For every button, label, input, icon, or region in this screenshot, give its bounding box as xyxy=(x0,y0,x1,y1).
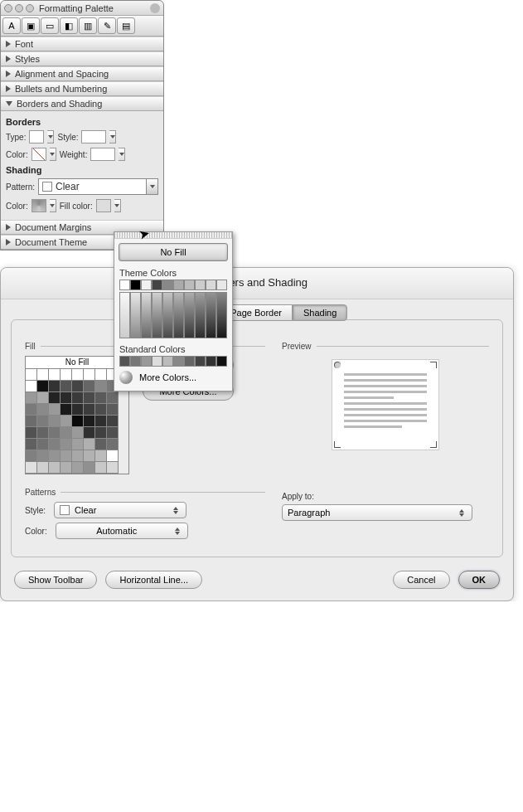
fill-color-cell[interactable] xyxy=(72,369,84,381)
color-swatch[interactable] xyxy=(152,280,162,290)
fill-color-cell[interactable] xyxy=(61,439,72,450)
chart-icon[interactable]: ▥ xyxy=(79,17,97,34)
fill-color-cell[interactable] xyxy=(61,427,72,439)
fill-color-cell[interactable] xyxy=(107,450,119,462)
fill-color-cell[interactable] xyxy=(95,392,107,404)
fill-color-cell[interactable] xyxy=(95,450,107,462)
fill-color-cell[interactable] xyxy=(95,439,107,450)
color-tint-column[interactable] xyxy=(141,292,152,338)
fill-color-cell[interactable] xyxy=(26,416,37,427)
fill-color-cell[interactable] xyxy=(72,427,84,439)
fill-color-cell[interactable] xyxy=(49,416,61,427)
fill-color-cell[interactable] xyxy=(26,404,37,416)
color-tint-column[interactable] xyxy=(184,292,195,338)
fill-color-cell[interactable] xyxy=(49,462,61,474)
fill-color-cell[interactable] xyxy=(84,392,95,404)
fill-color-cell[interactable] xyxy=(72,392,84,404)
fill-color-cell[interactable] xyxy=(61,450,72,462)
color-tint-column[interactable] xyxy=(173,292,184,338)
color-tint-column[interactable] xyxy=(195,292,206,338)
minimize-icon[interactable] xyxy=(15,4,23,12)
fill-color-cell[interactable] xyxy=(37,404,49,416)
fill-color-cell[interactable] xyxy=(26,392,37,404)
color-swatch[interactable] xyxy=(184,280,195,290)
fill-color-dropdown[interactable] xyxy=(114,199,121,212)
fill-color-cell[interactable] xyxy=(107,416,119,427)
ok-button[interactable]: OK xyxy=(458,571,501,589)
more-colors-row[interactable]: More Colors... xyxy=(114,367,232,391)
fill-color-cell[interactable] xyxy=(37,427,49,439)
fill-color-cell[interactable] xyxy=(72,439,84,450)
fill-color-cell[interactable] xyxy=(95,369,107,381)
tools-icon[interactable]: ✎ xyxy=(98,17,116,34)
fill-color-cell[interactable] xyxy=(37,450,49,462)
color-swatch[interactable] xyxy=(216,280,227,290)
fill-color-cell[interactable] xyxy=(84,404,95,416)
border-style-field[interactable] xyxy=(81,130,106,143)
fill-color-cell[interactable] xyxy=(49,404,61,416)
pattern-combo[interactable]: Clear xyxy=(38,178,158,195)
no-fill-button[interactable]: No Fill xyxy=(119,243,228,261)
color-tint-column[interactable] xyxy=(152,292,162,338)
shading-color-swatch[interactable] xyxy=(31,199,46,212)
fill-color-cell[interactable] xyxy=(72,462,84,474)
fill-color-cell[interactable] xyxy=(37,462,49,474)
fill-color-cell[interactable] xyxy=(95,416,107,427)
fill-color-cell[interactable] xyxy=(95,427,107,439)
fill-color-cell[interactable] xyxy=(37,439,49,450)
fill-color-swatch[interactable] xyxy=(96,199,111,212)
fill-color-cell[interactable] xyxy=(72,450,84,462)
section-borders-shading[interactable]: Borders and Shading xyxy=(1,96,163,111)
color-swatch[interactable] xyxy=(216,356,227,367)
color-tint-column[interactable] xyxy=(130,292,141,338)
toolbox2-icon[interactable]: ▤ xyxy=(117,17,135,34)
border-style-dropdown[interactable] xyxy=(109,130,116,143)
color-swatch[interactable] xyxy=(206,356,216,367)
fill-color-cell[interactable] xyxy=(107,392,119,404)
fill-color-cell[interactable] xyxy=(72,416,84,427)
cancel-button[interactable]: Cancel xyxy=(393,571,449,589)
color-swatch[interactable] xyxy=(152,356,162,367)
add-object-icon[interactable]: ▣ xyxy=(22,17,40,34)
fill-color-cell[interactable] xyxy=(26,439,37,450)
show-toolbar-button[interactable]: Show Toolbar xyxy=(14,571,97,589)
border-type-dropdown[interactable] xyxy=(47,130,54,143)
color-swatch[interactable] xyxy=(119,356,130,367)
fill-color-cell[interactable] xyxy=(107,404,119,416)
fill-color-cell[interactable] xyxy=(84,427,95,439)
fill-color-cell[interactable] xyxy=(26,462,37,474)
pattern-color-combo[interactable]: Automatic xyxy=(56,523,188,539)
close-icon[interactable] xyxy=(4,4,12,12)
gear-icon[interactable] xyxy=(150,3,160,13)
color-tint-column[interactable] xyxy=(119,292,130,338)
fill-color-cell[interactable] xyxy=(37,416,49,427)
fill-color-cell[interactable] xyxy=(49,427,61,439)
color-swatch[interactable] xyxy=(195,356,206,367)
section-font[interactable]: Font xyxy=(1,36,163,51)
color-swatch[interactable] xyxy=(173,280,184,290)
color-swatch[interactable] xyxy=(119,280,130,290)
fill-color-cell[interactable] xyxy=(72,404,84,416)
color-tint-column[interactable] xyxy=(162,292,173,338)
color-swatch[interactable] xyxy=(130,280,141,290)
fill-color-cell[interactable] xyxy=(84,450,95,462)
fill-color-cell[interactable] xyxy=(61,381,72,392)
fill-color-cell[interactable] xyxy=(72,381,84,392)
fill-color-cell[interactable] xyxy=(49,439,61,450)
fill-color-cell[interactable] xyxy=(26,427,37,439)
fill-color-cell[interactable] xyxy=(37,369,49,381)
section-bullets[interactable]: Bullets and Numbering xyxy=(1,81,163,96)
color-swatch[interactable] xyxy=(141,356,152,367)
format-icon[interactable]: A xyxy=(2,17,21,34)
color-swatch[interactable] xyxy=(206,280,216,290)
horizontal-line-button[interactable]: Horizontal Line... xyxy=(105,571,202,589)
fill-color-cell[interactable] xyxy=(49,381,61,392)
popover-grip[interactable] xyxy=(114,232,232,239)
color-swatch[interactable] xyxy=(162,280,173,290)
apply-to-combo[interactable]: Paragraph xyxy=(282,504,472,521)
color-swatch[interactable] xyxy=(184,356,195,367)
color-tint-column[interactable] xyxy=(216,292,227,338)
section-styles[interactable]: Styles xyxy=(1,51,163,66)
fill-color-cell[interactable] xyxy=(95,462,107,474)
border-weight-dropdown[interactable] xyxy=(119,148,125,161)
